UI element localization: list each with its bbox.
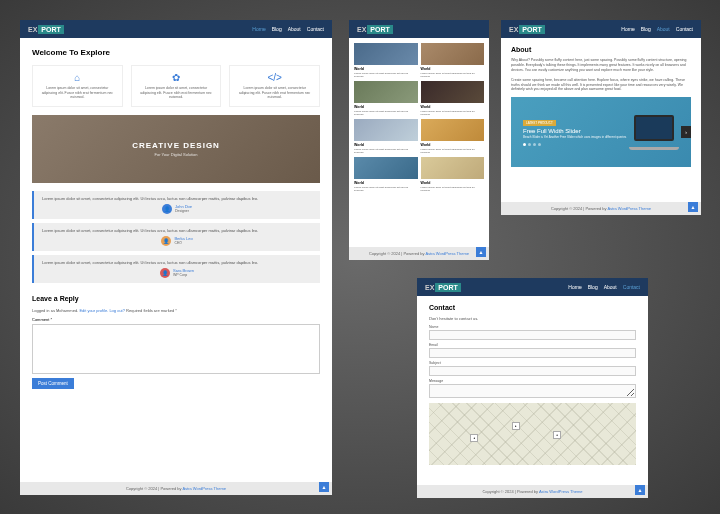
logo[interactable]: EXPORT — [425, 283, 461, 292]
reply-meta-text: Logged in as Mohammed. — [32, 308, 79, 313]
card-image — [354, 43, 418, 65]
contact-subtitle: Don't hesitate to contact us. — [429, 316, 636, 321]
name-label: Name — [429, 325, 636, 329]
slider-dot[interactable] — [523, 143, 526, 146]
scroll-top-button[interactable]: ▲ — [319, 482, 329, 492]
about-content: About Why About? Possibly some fluffy co… — [501, 38, 701, 175]
card-title: World — [421, 143, 485, 147]
nav-blog[interactable]: Blog — [588, 284, 598, 290]
logo[interactable]: EXPORT — [357, 25, 393, 34]
card-text: Lorem ipsum dolor sit amet adipiscing el… — [421, 72, 485, 78]
nav-about[interactable]: About — [604, 284, 617, 290]
nav-about[interactable]: About — [657, 26, 670, 32]
form-row: Name — [429, 325, 636, 340]
form-row: Message — [429, 379, 636, 399]
gear-icon: ✿ — [138, 72, 215, 83]
testimonial-text: Lorem ipsum dolor sit amet, consectetur … — [42, 196, 312, 201]
nav-about[interactable]: About — [288, 26, 301, 32]
feature-card: ✿ Lorem ipsum dolor sit amet, consectetu… — [131, 65, 222, 107]
nav-home[interactable]: Home — [568, 284, 581, 290]
card-text: Lorem ipsum dolor sit amet adipiscing el… — [354, 148, 418, 154]
blog-card[interactable]: WorldLorem ipsum dolor sit amet adipisci… — [354, 81, 418, 116]
blog-card[interactable]: WorldLorem ipsum dolor sit amet adipisci… — [354, 43, 418, 78]
blog-card[interactable]: WorldLorem ipsum dolor sit amet adipisci… — [354, 119, 418, 154]
nav: Home Blog About Contact — [568, 284, 640, 290]
message-textarea[interactable] — [429, 384, 636, 398]
card-text: Lorem ipsum dolor sit amet adipiscing el… — [354, 72, 418, 78]
logo[interactable]: EX PORT — [28, 25, 64, 34]
reply-meta: Logged in as Mohammed. Edit your profile… — [32, 308, 320, 313]
about-title: About — [511, 46, 691, 53]
blog-card[interactable]: WorldLorem ipsum dolor sit amet adipisci… — [421, 81, 485, 116]
slider-dot[interactable] — [528, 143, 531, 146]
card-title: World — [421, 181, 485, 185]
name-input[interactable] — [429, 330, 636, 340]
footer-link[interactable]: Astra WordPress Theme — [539, 489, 583, 494]
slider-text: LATEST PRODUCT Free Full Width Slider Be… — [523, 119, 629, 146]
footer-link[interactable]: Astra WordPress Theme — [607, 206, 651, 211]
logo-text-ex: EX — [28, 26, 37, 33]
blog-card[interactable]: WorldLorem ipsum dolor sit amet adipisci… — [421, 43, 485, 78]
feature-text: Lorem ipsum dolor sit amet, consectetur … — [138, 86, 215, 100]
card-image — [421, 81, 485, 103]
card-text: Lorem ipsum dolor sit amet adipiscing el… — [354, 110, 418, 116]
nav-contact[interactable]: Contact — [623, 284, 640, 290]
nav-home[interactable]: Home — [252, 26, 265, 32]
slider-banner: LATEST PRODUCT Free Full Width Slider Be… — [511, 97, 691, 167]
contact-screenshot: EXPORT Home Blog About Contact Contact D… — [417, 278, 648, 498]
nav-home[interactable]: Home — [621, 26, 634, 32]
slider-badge: LATEST PRODUCT — [523, 120, 556, 126]
footer-link[interactable]: Astra WordPress Theme — [182, 486, 226, 491]
testimonial-author: 👤 John DoeDesigner — [42, 204, 312, 214]
post-comment-button[interactable]: Post Comment — [32, 378, 74, 389]
blog-card[interactable]: WorldLorem ipsum dolor sit amet adipisci… — [354, 157, 418, 192]
contact-title: Contact — [429, 304, 636, 311]
testimonial-author: 👤 Berka LeoCEO — [42, 236, 312, 246]
edit-profile-link[interactable]: Edit your profile. Log out? — [79, 308, 125, 313]
nav-contact[interactable]: Contact — [676, 26, 693, 32]
scroll-top-button[interactable]: ▲ — [476, 247, 486, 257]
slider-dot[interactable] — [538, 143, 541, 146]
map-marker: ● — [553, 431, 561, 439]
footer: Copyright © 2024 | Powered by Astra Word… — [501, 202, 701, 215]
about-paragraph: Why About? Possibly some fluffy content … — [511, 58, 691, 73]
hero-title: CREATIVE DESIGN — [132, 141, 220, 150]
nav-contact[interactable]: Contact — [307, 26, 324, 32]
author-role: WP Corp — [173, 273, 194, 277]
feature-card: ⌂ Lorem ipsum dolor sit amet, consectetu… — [32, 65, 123, 107]
nav-blog[interactable]: Blog — [641, 26, 651, 32]
scroll-top-button[interactable]: ▲ — [688, 202, 698, 212]
map-marker: ● — [512, 422, 520, 430]
avatar-icon: 👤 — [162, 204, 172, 214]
email-input[interactable] — [429, 348, 636, 358]
map[interactable]: ● ● ● — [429, 403, 636, 465]
footer: Copyright © 2024 | Powered by Astra Word… — [20, 482, 332, 495]
footer: Copyright © 2024 | Powered by Astra Word… — [417, 485, 648, 498]
blog-card[interactable]: WorldLorem ipsum dolor sit amet adipisci… — [421, 157, 485, 192]
blog-card[interactable]: WorldLorem ipsum dolor sit amet adipisci… — [421, 119, 485, 154]
laptop-icon — [629, 115, 679, 150]
code-icon: </> — [236, 72, 313, 83]
logo[interactable]: EXPORT — [509, 25, 545, 34]
card-text: Lorem ipsum dolor sit amet adipiscing el… — [421, 110, 485, 116]
feature-card: </> Lorem ipsum dolor sit amet, consecte… — [229, 65, 320, 107]
hero-subtitle: For Your Digital Solution — [155, 152, 198, 157]
slider-dot[interactable] — [533, 143, 536, 146]
card-image — [354, 81, 418, 103]
subject-input[interactable] — [429, 366, 636, 376]
footer-link[interactable]: Astra WordPress Theme — [425, 251, 469, 256]
form-row: Subject — [429, 361, 636, 376]
reply-meta-text2: Required fields are marked * — [125, 308, 177, 313]
comment-textarea[interactable] — [32, 324, 320, 374]
home-screenshot: EX PORT Home Blog About Contact Welcome … — [20, 20, 332, 495]
card-title: World — [421, 105, 485, 109]
header: EXPORT Home Blog About Contact — [501, 20, 701, 38]
hero-banner: CREATIVE DESIGN For Your Digital Solutio… — [32, 115, 320, 183]
logo-text-port: PORT — [38, 25, 63, 34]
scroll-top-button[interactable]: ▲ — [635, 485, 645, 495]
nav-blog[interactable]: Blog — [272, 26, 282, 32]
slider-next-button[interactable]: › — [681, 126, 691, 138]
testimonial-text: Lorem ipsum dolor sit amet, consectetur … — [42, 228, 312, 233]
footer: Copyright © 2024 | Powered by Astra Word… — [349, 247, 489, 260]
testimonial-text: Lorem ipsum dolor sit amet, consectetur … — [42, 260, 312, 265]
